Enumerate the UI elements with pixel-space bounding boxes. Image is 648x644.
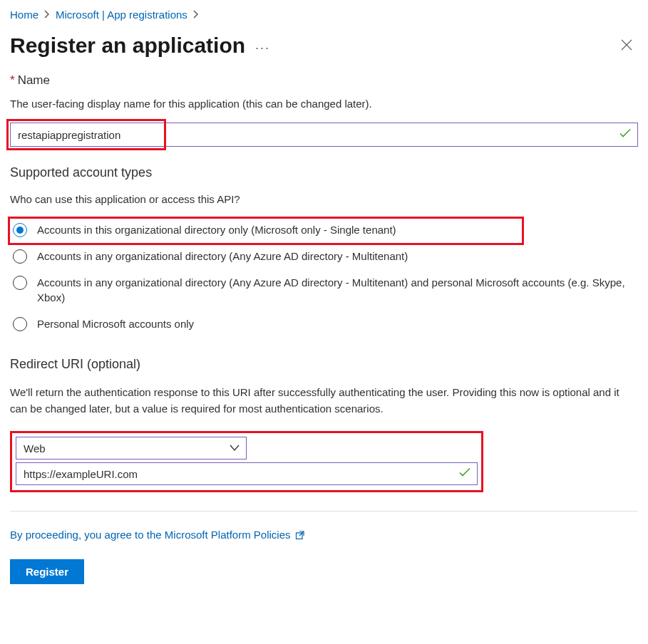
radio-icon	[13, 249, 27, 264]
radio-label: Accounts in any organizational directory…	[37, 249, 408, 264]
radio-multitenant-personal[interactable]: Accounts in any organizational directory…	[10, 269, 638, 311]
redirect-uri-input[interactable]	[16, 462, 478, 485]
page-title: Register an application	[10, 33, 245, 58]
radio-personal-only[interactable]: Personal Microsoft accounts only	[10, 311, 638, 337]
radio-label: Accounts in any organizational directory…	[37, 275, 635, 305]
divider	[10, 511, 638, 511]
external-link-icon	[295, 530, 305, 540]
radio-icon	[13, 223, 27, 237]
account-types-radio-group: Accounts in this organizational director…	[10, 217, 638, 337]
name-input[interactable]	[10, 123, 638, 147]
name-description: The user-facing display name for this ap…	[10, 98, 638, 110]
redirect-uri-heading: Redirect URI (optional)	[10, 357, 638, 372]
chevron-right-icon	[44, 9, 50, 21]
breadcrumb-home[interactable]: Home	[10, 9, 38, 21]
page-header: Register an application ···	[10, 33, 638, 58]
breadcrumb: Home Microsoft | App registrations	[10, 9, 638, 21]
register-button[interactable]: Register	[10, 559, 84, 584]
name-label: *Name	[10, 73, 638, 88]
close-icon[interactable]	[615, 33, 638, 58]
radio-label: Personal Microsoft accounts only	[37, 316, 194, 331]
radio-single-tenant[interactable]: Accounts in this organizational director…	[10, 217, 638, 243]
breadcrumb-app-registrations[interactable]: Microsoft | App registrations	[56, 9, 187, 21]
account-types-question: Who can use this application or access t…	[10, 193, 638, 205]
radio-icon	[13, 276, 27, 290]
radio-multitenant[interactable]: Accounts in any organizational directory…	[10, 243, 638, 269]
radio-label: Accounts in this organizational director…	[37, 222, 396, 237]
required-indicator: *	[10, 73, 15, 87]
more-actions-icon[interactable]: ···	[255, 41, 270, 56]
account-types-heading: Supported account types	[10, 165, 638, 180]
radio-icon	[13, 317, 27, 331]
platform-select[interactable]: Web	[16, 437, 247, 459]
chevron-right-icon	[193, 9, 199, 21]
redirect-uri-description: We'll return the authentication response…	[10, 385, 638, 417]
platform-policies-link[interactable]: By proceeding, you agree to the Microsof…	[10, 529, 305, 541]
